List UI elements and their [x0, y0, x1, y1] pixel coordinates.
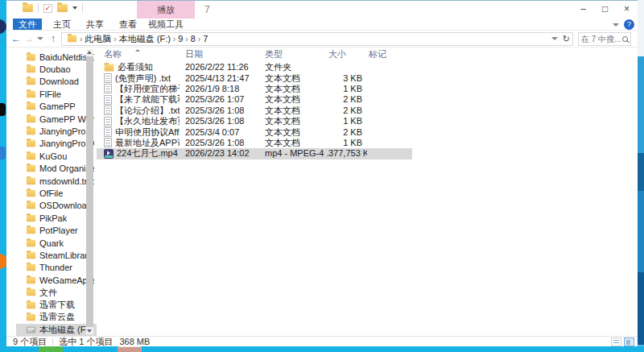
search-input[interactable]	[581, 35, 621, 43]
sidebar-item[interactable]: Doubao	[16, 63, 97, 75]
sidebar-item[interactable]: OfFile	[16, 187, 97, 199]
tab-home[interactable]: 主页	[52, 19, 72, 30]
column-header-type[interactable]: 类型	[265, 48, 328, 60]
sidebar-item[interactable]: 本地磁盘 (F:)	[16, 324, 97, 336]
sidebar-item[interactable]: Quark	[16, 237, 97, 249]
sidebar-item[interactable]: BaiduNetdiskDow	[16, 51, 97, 63]
sidebar-item[interactable]: KuGou	[16, 150, 97, 162]
folder-icon	[27, 140, 35, 147]
column-header-tags[interactable]: 标记	[367, 48, 399, 60]
column-header-name[interactable]: 名称	[104, 48, 185, 60]
desktop-icon-blue[interactable]	[0, 147, 6, 159]
sidebar-item[interactable]: 迅雷云盘	[16, 311, 97, 323]
sidebar-item[interactable]: WeGameApps	[16, 274, 97, 286]
file-row[interactable]: 【论坛介绍】.txt2025/3/26 1:08文本文档2 KB	[97, 106, 412, 116]
sidebar-item[interactable]: msdownld.tmp	[16, 175, 97, 187]
desktop-left-strip	[0, 0, 6, 352]
sidebar-item[interactable]: PotPlayer	[16, 224, 97, 236]
sidebar-item[interactable]: PikPak	[16, 212, 97, 224]
details-view-button[interactable]	[611, 338, 621, 346]
scroll-down-icon[interactable]	[87, 329, 92, 333]
file-name-label: 最新地址及APP请...	[115, 138, 180, 148]
qat-folder-icon[interactable]	[23, 4, 33, 12]
large-icons-view-button[interactable]	[624, 338, 634, 346]
address-dropdown-icon[interactable]	[551, 37, 558, 40]
file-row[interactable]: 【永久地址发布页...2025/3/26 1:08文本文档1 KB	[97, 116, 412, 126]
file-size: 2 KB	[328, 127, 367, 138]
navigation-pane: BaiduNetdiskDowDoubaoDownloadFlFileGameP…	[6, 48, 97, 336]
column-header-size[interactable]: 大小	[328, 48, 367, 60]
sidebar-item[interactable]: JianyingPro Draft	[16, 138, 97, 150]
refresh-icon[interactable]: ↻	[563, 34, 570, 44]
sidebar-item[interactable]: SteamLibrary	[16, 249, 97, 261]
desktop-bottom-strip	[0, 346, 644, 352]
scrollbar-thumb[interactable]	[86, 56, 93, 327]
sidebar-item[interactable]: Download	[16, 76, 97, 88]
breadcrumb-item[interactable]: 此电脑	[82, 33, 114, 45]
breadcrumb-item[interactable]: 8	[188, 34, 198, 43]
sidebar-item[interactable]: GamePP	[16, 101, 97, 113]
sidebar-item-label: 迅雷下载	[39, 299, 75, 311]
qat-customize-icon[interactable]	[72, 6, 77, 10]
ribbon-right-controls: ?	[613, 19, 634, 30]
file-date: 2026/2/23 14:02	[185, 148, 265, 159]
sidebar-item[interactable]: Mod Organizer 2	[16, 163, 97, 175]
sidebar-list: BaiduNetdiskDowDoubaoDownloadFlFileGameP…	[6, 51, 97, 336]
recent-locations-icon[interactable]	[37, 37, 43, 40]
file-row[interactable]: (免责声明) .txt2025/4/13 21:47文本文档3 KB	[97, 72, 412, 83]
scroll-up-icon[interactable]	[87, 51, 92, 54]
sidebar-item[interactable]: FlFile	[16, 88, 97, 100]
column-header-date[interactable]: 日期	[185, 48, 265, 60]
breadcrumb-item[interactable]: 9	[175, 34, 185, 43]
qat-properties-icon[interactable]: ✓	[43, 4, 52, 13]
sidebar-item[interactable]: 迅雷下载	[16, 299, 97, 311]
file-row[interactable]: 【来了就能下载和...2025/3/26 1:07文本文档2 KB	[97, 94, 412, 105]
video-icon	[104, 149, 114, 159]
tab-file[interactable]: 文件	[13, 19, 42, 30]
sidebar-item[interactable]: JianyingPro	[16, 125, 97, 137]
back-icon[interactable]: ←	[10, 33, 23, 44]
sidebar-item[interactable]: GamePP Wonder	[16, 113, 97, 125]
desktop-icon-navy[interactable]	[0, 19, 6, 34]
search-icon[interactable]	[622, 36, 628, 42]
breadcrumb: 此电脑›本地磁盘 (F:)›9›8›7	[82, 33, 210, 45]
address-right-controls: ↻	[551, 34, 570, 44]
file-row[interactable]: 最新地址及APP请...2025/3/26 1:08文本文档1 KB	[97, 138, 412, 148]
qat-new-folder-icon[interactable]	[57, 4, 68, 12]
sidebar-scrollbar[interactable]	[86, 49, 93, 334]
qat-separator	[82, 3, 83, 13]
up-icon[interactable]: ↑	[47, 33, 60, 44]
sidebar-item[interactable]: Thunder	[16, 262, 97, 274]
file-row[interactable]: 申明使用协议Affir...2025/3/4 0:07文本文档2 KB	[97, 126, 412, 137]
tab-share[interactable]: 共享	[85, 19, 105, 30]
forward-icon[interactable]: →	[23, 33, 35, 44]
file-row[interactable]: 224七月七.mp42026/2/23 14:02mp4 - MPEG-4 ..…	[97, 148, 412, 159]
content: BaiduNetdiskDowDoubaoDownloadFlFileGameP…	[6, 48, 638, 336]
help-icon[interactable]: ?	[624, 19, 634, 30]
tab-view[interactable]: 查看	[118, 19, 138, 30]
sidebar-item[interactable]: OSDownload	[16, 200, 97, 212]
column-headers: 名称日期类型大小标记	[97, 48, 638, 62]
minimize-button[interactable]: –	[572, 1, 594, 19]
file-name-label: 【好用便宜的梯子...	[115, 84, 180, 94]
file-row[interactable]: 必看须知2026/2/22 11:26文件夹	[97, 62, 412, 72]
file-list: 必看须知2026/2/22 11:26文件夹(免责声明) .txt2025/4/…	[97, 62, 638, 159]
file-date: 2025/3/26 1:08	[185, 106, 265, 116]
file-row[interactable]: 【好用便宜的梯子...2026/1/9 8:18文本文档1 KB	[97, 84, 412, 94]
address-box[interactable]: › 此电脑›本地磁盘 (F:)›9›8›7 ↻	[61, 32, 573, 46]
close-button[interactable]: ×	[616, 1, 638, 19]
folder-icon	[27, 115, 35, 122]
maximize-button[interactable]: □	[594, 1, 616, 19]
desktop-icon-photo	[118, 346, 142, 352]
breadcrumb-item[interactable]: 7	[200, 34, 210, 43]
sidebar-item-label: Download	[39, 77, 79, 86]
collapse-ribbon-icon[interactable]	[613, 23, 619, 27]
tab-video-tools[interactable]: 视频工具	[137, 19, 195, 31]
file-name-label: 224七月七.mp4	[117, 148, 178, 159]
desktop-icon-orange[interactable]	[0, 254, 6, 269]
sidebar-item[interactable]: 文件	[16, 286, 97, 298]
folder-icon	[27, 252, 35, 259]
ribbon-tabs: 文件 主页 共享 查看 视频工具 ?	[6, 19, 638, 31]
desktop-icon-black[interactable]	[0, 103, 6, 116]
breadcrumb-item[interactable]: 本地磁盘 (F:)	[117, 33, 173, 45]
